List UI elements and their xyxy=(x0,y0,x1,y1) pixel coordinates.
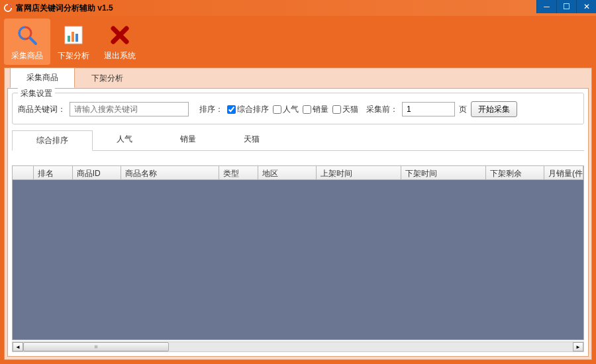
page-count-input[interactable] xyxy=(402,102,455,116)
tab-removal-analysis[interactable]: 下架分析 xyxy=(75,68,140,88)
toolbar-removal-analysis[interactable]: 下架分析 xyxy=(50,19,97,65)
toolbar-collect-products[interactable]: 采集商品 xyxy=(4,19,50,65)
svg-rect-6 xyxy=(72,32,74,42)
scroll-track[interactable] xyxy=(23,342,573,351)
column-header[interactable]: 上架时间 xyxy=(317,166,401,179)
page-prefix-label: 采集前： xyxy=(366,104,398,115)
start-collect-button[interactable]: 开始采集 xyxy=(471,101,517,117)
column-header[interactable]: 商品ID xyxy=(73,166,122,179)
search-icon xyxy=(15,23,40,48)
svg-rect-5 xyxy=(68,36,70,42)
svg-line-3 xyxy=(30,38,36,44)
toolbar: 采集商品 下架分析 退出系统 xyxy=(0,16,596,68)
form-row: 商品关键词： 排序： 综合排序 人气 销量 天猫 采集前： 页 开始采集 xyxy=(18,101,578,117)
table-header: 排名商品ID商品名称类型地区上架时间下架时间下架剩余月销量(件 xyxy=(12,165,584,180)
sub-tabs: 综合排序 人气 销量 天猫 xyxy=(12,130,584,151)
scroll-right-button[interactable]: ► xyxy=(573,342,583,351)
subtab-popularity[interactable]: 人气 xyxy=(93,130,156,150)
scroll-left-button[interactable]: ◄ xyxy=(13,342,23,351)
subtab-comprehensive[interactable]: 综合排序 xyxy=(12,130,93,151)
checkbox[interactable] xyxy=(303,105,311,114)
column-header[interactable] xyxy=(13,166,34,179)
chart-icon xyxy=(61,23,86,48)
sort-option-comprehensive[interactable]: 综合排序 xyxy=(227,104,269,115)
sort-option-sales[interactable]: 销量 xyxy=(303,104,328,115)
window-title: 富网店关键词分析辅助 v1.5 xyxy=(16,3,113,14)
column-header[interactable]: 排名 xyxy=(34,166,73,179)
window-controls: ─ ☐ ✕ xyxy=(536,0,596,13)
app-icon xyxy=(3,3,13,13)
page-suffix-label: 页 xyxy=(459,104,467,115)
horizontal-scrollbar[interactable]: ◄ ► xyxy=(12,341,584,352)
titlebar: 富网店关键词分析辅助 v1.5 xyxy=(0,0,596,16)
tab-collect-products[interactable]: 采集商品 xyxy=(10,68,75,88)
column-header[interactable]: 地区 xyxy=(258,166,317,179)
toolbar-label: 采集商品 xyxy=(11,50,43,62)
scroll-thumb[interactable] xyxy=(23,342,169,351)
main-tabs: 采集商品 下架分析 xyxy=(5,68,591,88)
column-header[interactable]: 类型 xyxy=(219,166,258,179)
sort-option-popularity[interactable]: 人气 xyxy=(273,104,299,115)
tab-content: 采集设置 商品关键词： 排序： 综合排序 人气 销量 天猫 采集前： 页 开始采… xyxy=(7,88,589,357)
table-body xyxy=(12,180,584,340)
column-header[interactable]: 月销量(件 xyxy=(544,166,583,179)
column-header[interactable]: 下架时间 xyxy=(401,166,486,179)
toolbar-label: 退出系统 xyxy=(104,50,136,62)
maximize-button[interactable]: ☐ xyxy=(556,0,576,13)
checkbox[interactable] xyxy=(332,105,341,114)
checkbox[interactable] xyxy=(227,105,236,114)
keyword-input[interactable] xyxy=(70,102,189,116)
minimize-button[interactable]: ─ xyxy=(536,0,556,13)
fieldset-legend: 采集设置 xyxy=(18,88,55,99)
keyword-label: 商品关键词： xyxy=(18,104,66,115)
content-wrapper: 采集商品 下架分析 采集设置 商品关键词： 排序： 综合排序 人气 销量 天猫 … xyxy=(4,68,592,360)
close-icon xyxy=(107,23,132,48)
toolbar-exit[interactable]: 退出系统 xyxy=(97,19,143,65)
column-header[interactable]: 下架剩余 xyxy=(486,166,544,179)
sort-option-tmall[interactable]: 天猫 xyxy=(332,104,358,115)
subtab-tmall[interactable]: 天猫 xyxy=(220,130,283,150)
checkbox[interactable] xyxy=(273,105,281,114)
results-table: 排名商品ID商品名称类型地区上架时间下架时间下架剩余月销量(件 xyxy=(12,165,584,340)
column-header[interactable]: 商品名称 xyxy=(121,166,219,179)
toolbar-label: 下架分析 xyxy=(58,50,89,62)
subtab-sales[interactable]: 销量 xyxy=(156,130,220,150)
collection-settings-fieldset: 采集设置 商品关键词： 排序： 综合排序 人气 销量 天猫 采集前： 页 开始采… xyxy=(12,93,584,124)
svg-rect-7 xyxy=(75,34,78,42)
sort-label: 排序： xyxy=(199,104,223,115)
close-button[interactable]: ✕ xyxy=(576,0,596,13)
